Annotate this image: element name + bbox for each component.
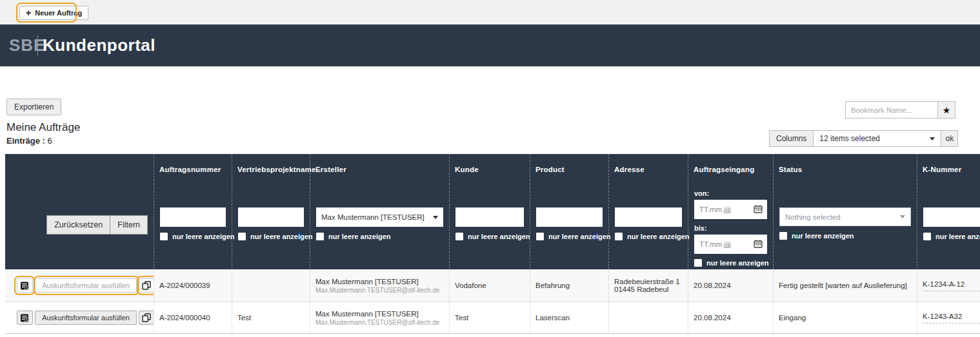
column-header-k-nummer: K-Nummer	[917, 154, 980, 184]
brand-divider	[37, 35, 38, 55]
empty-only-checkbox[interactable]	[536, 233, 544, 240]
empty-only-checkbox[interactable]	[160, 233, 168, 240]
filter-cell-kunde: nur leere anzeigen	[450, 184, 530, 269]
ersteller-name: Max Mustermann [TESTUSER]	[315, 310, 449, 318]
empty-only-label: nur leere anzeigen	[468, 233, 530, 240]
edit-document-icon	[20, 313, 30, 323]
columns-selected-value: 12 items selected	[819, 134, 879, 143]
cell-auftragseingang: 20.08.2024	[688, 302, 774, 333]
reset-filters-button[interactable]: Zurücksetzen	[46, 215, 110, 235]
kunde-value: Test	[455, 314, 530, 322]
page-title: Meine Aufträge	[6, 121, 80, 134]
cell-auftragsnummer: A-2024/000039	[154, 269, 232, 302]
vertriebsprojektname-value: Test	[237, 314, 310, 322]
empty-only-label: nur leere anzeigen	[627, 233, 690, 240]
column-header-auftragseingang: Auftragseingang	[688, 154, 774, 184]
empty-only-label: nur leere anzeigen	[328, 233, 391, 240]
new-order-label: Neuer Auftrag	[35, 9, 82, 17]
auftragsnummer-value: A-2024/000039	[159, 282, 232, 289]
cell-product: Befahrung	[530, 269, 609, 302]
filter-cell-auftragseingang: von: bis:	[688, 184, 774, 269]
column-header-status: Status	[774, 154, 917, 184]
entries-value: 6	[48, 136, 52, 146]
empty-only-checkbox[interactable]	[694, 259, 702, 267]
cell-kunde: Vodafone	[450, 269, 530, 302]
export-button[interactable]: Exportieren	[6, 99, 61, 115]
new-order-button[interactable]: + Neuer Auftrag	[19, 6, 88, 20]
k-nummer-value[interactable]: K-1234-A-12	[923, 280, 980, 291]
edit-form-button[interactable]	[17, 278, 33, 293]
filter-cell-k-nummer: nur leere anzeigen	[917, 184, 980, 269]
bookmark-name-input[interactable]	[845, 101, 937, 119]
product-value: Befahrung	[535, 282, 608, 289]
column-header-vertriebsprojektname: Vertriebsprojektname	[232, 154, 310, 184]
auftragsnummer-value: A-2024/000040	[159, 314, 232, 322]
calendar-icon[interactable]	[754, 240, 763, 248]
status-value: Fertig gestellt [warten auf Auslieferung…	[779, 282, 917, 289]
product-filter-input[interactable]	[536, 207, 603, 227]
cell-kunde: Test	[450, 302, 530, 333]
columns-picker: Columns 12 items selected ok	[769, 130, 958, 147]
adresse-line1: Radebeulerstraße 1	[614, 278, 688, 285]
column-header-adresse: Adresse	[609, 154, 688, 184]
copy-order-button[interactable]	[139, 278, 154, 293]
filter-cell-adresse: nur leere anzeigen	[609, 184, 688, 269]
auftragseingang-value: 20.08.2024	[694, 282, 773, 289]
adresse-filter-input[interactable]	[615, 207, 682, 227]
copy-icon	[142, 313, 151, 322]
ersteller-filter-select[interactable]: Max Mustermann [TESTUSER]	[316, 207, 443, 227]
empty-only-label: nur leere anzeigen	[706, 259, 769, 267]
chevron-down-icon	[433, 216, 438, 219]
entries-count: Einträge : 6	[6, 136, 52, 146]
column-header-actions	[5, 154, 154, 184]
auftragseingang-value: 20.08.2024	[694, 314, 773, 322]
edit-form-button[interactable]	[17, 311, 33, 325]
filter-cell-vertriebsprojektname: nur leere anzeigen	[232, 184, 310, 269]
bookmark-save-button[interactable]: ★	[937, 101, 955, 119]
chevron-down-icon	[930, 137, 935, 140]
empty-only-checkbox[interactable]	[779, 232, 787, 240]
plus-icon: +	[26, 8, 31, 17]
table-row: Auskunftsformular ausfüllen A-2024/00004…	[5, 302, 980, 334]
k-nummer-value[interactable]: K-1243-A32	[923, 313, 980, 323]
columns-select[interactable]: 12 items selected	[814, 130, 941, 147]
empty-only-checkbox[interactable]	[238, 233, 246, 240]
columns-label: Columns	[769, 130, 814, 147]
apply-filters-button[interactable]: Filtern	[110, 215, 148, 235]
cell-auftragsnummer: A-2024/000040	[154, 302, 232, 333]
column-header-product: Product	[530, 154, 609, 184]
empty-only-checkbox[interactable]	[615, 233, 623, 240]
empty-only-checkbox[interactable]	[455, 233, 463, 240]
top-bar: + Neuer Auftrag	[0, 0, 980, 24]
copy-icon	[142, 281, 151, 290]
ersteller-name: Max Mustermann [TESTUSER]	[315, 278, 449, 285]
column-header-kunde: Kunde	[450, 154, 530, 184]
filter-cell-actions: Zurücksetzen Filtern	[5, 184, 154, 269]
empty-only-checkbox[interactable]	[316, 233, 324, 240]
cell-vertriebsprojektname	[232, 269, 310, 302]
brand-logo: SBE	[9, 35, 45, 55]
status-placeholder: Nothing selected	[785, 213, 841, 221]
k-nummer-filter-input[interactable]	[923, 207, 980, 227]
info-form-button[interactable]: Auskunftsformular ausfüllen	[35, 311, 137, 325]
empty-only-label: nur leere anzeigen	[548, 233, 611, 240]
vertriebsprojektname-filter-input[interactable]	[238, 207, 304, 227]
info-form-label: Auskunftsformular ausfüllen	[42, 314, 130, 322]
kunde-filter-input[interactable]	[455, 207, 524, 227]
cell-status: Fertig gestellt [warten auf Auslieferung…	[774, 269, 917, 302]
auftragsnummer-filter-input[interactable]	[160, 207, 226, 227]
cell-k-nummer: K-1234-A-12	[917, 269, 980, 302]
calendar-icon[interactable]	[754, 205, 763, 213]
cell-k-nummer: K-1243-A32	[917, 302, 980, 333]
info-form-button[interactable]: Auskunftsformular ausfüllen	[35, 278, 137, 293]
copy-order-button[interactable]	[139, 311, 154, 325]
columns-ok-button[interactable]: ok	[941, 130, 958, 147]
empty-only-checkbox[interactable]	[923, 233, 931, 240]
ersteller-selected-value: Max Mustermann [TESTUSER]	[321, 213, 425, 221]
portal-title: Kundenportal	[43, 35, 155, 55]
star-icon: ★	[943, 105, 951, 115]
chevron-down-icon	[900, 215, 905, 218]
status-value: Eingang	[779, 314, 917, 322]
status-filter-select[interactable]: Nothing selected	[779, 207, 911, 226]
cell-vertriebsprojektname: Test	[232, 302, 310, 333]
